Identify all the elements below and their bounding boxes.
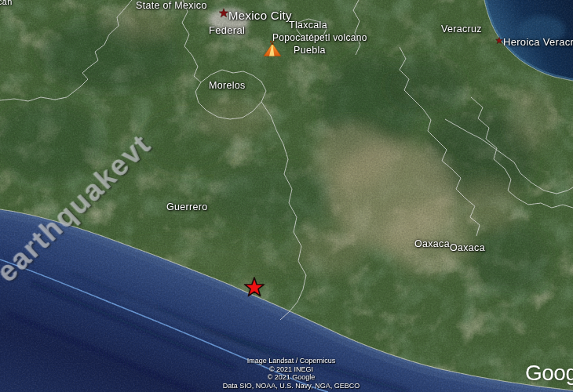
map-label-state-of-mexico: State of Mexico [136, 0, 207, 11]
map-attribution: Image Landsat / Copernicus © 2021 INEGI … [198, 357, 385, 390]
map-label-veracruz-state: Veracruz [441, 24, 482, 34]
map-label-oaxaca-city: Oaxaca [450, 242, 485, 253]
attribution-data-sources: Data SIO, NOAA, U.S. Navy, NGA, GEBCO [198, 382, 385, 390]
map-canvas[interactable]: cán State of Mexico Mexico City Federal … [0, 0, 573, 392]
attribution-imagery: Image Landsat / Copernicus [198, 357, 385, 365]
map-label-mexico-city: Mexico City [228, 9, 292, 22]
map-label-heroica-veracruz: Heroica Veracruz [503, 36, 573, 48]
map-label-puebla: Puebla [294, 45, 326, 56]
map-label-oaxaca-state: Oaxaca [414, 238, 450, 249]
google-logo: Google [525, 361, 573, 386]
map-label-federal: Federal [209, 24, 245, 36]
attribution-google: © 2021 Google [198, 373, 385, 382]
satellite-imagery [0, 0, 573, 392]
map-label-partial: cán [0, 0, 13, 6]
map-label-popocatepetl-volcano: Popocatépetl volcano [272, 32, 367, 43]
map-label-guerrero: Guerrero [166, 201, 207, 212]
attribution-inegi: © 2021 INEGI [198, 365, 385, 374]
red-star-icon [243, 276, 266, 299]
map-label-tlaxcala: Tlaxcala [289, 20, 327, 31]
earthquake-epicenter-star[interactable] [243, 276, 266, 303]
map-label-morelos: Morelos [209, 80, 246, 91]
